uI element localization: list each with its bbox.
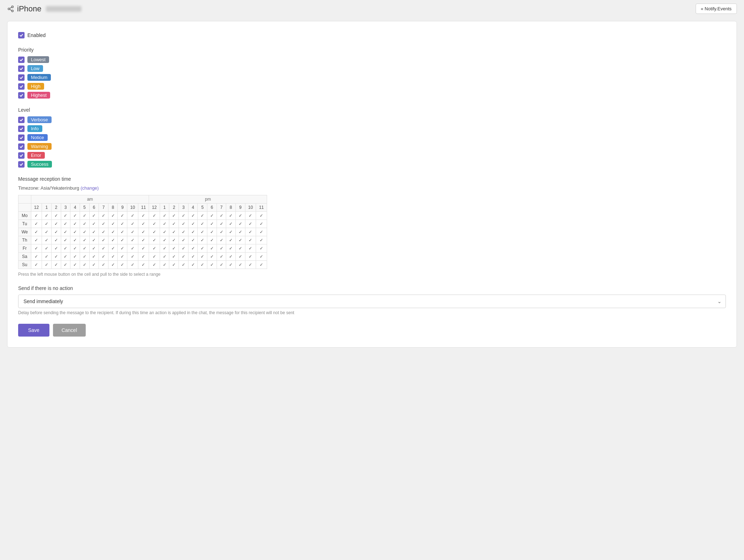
- grid-cell[interactable]: ✓: [236, 220, 245, 228]
- grid-cell[interactable]: ✓: [226, 236, 236, 244]
- grid-cell[interactable]: ✓: [99, 244, 108, 253]
- level-info-checkbox[interactable]: [18, 126, 25, 132]
- grid-cell[interactable]: ✓: [256, 244, 267, 253]
- grid-cell[interactable]: ✓: [99, 220, 108, 228]
- grid-cell[interactable]: ✓: [118, 253, 127, 261]
- grid-cell[interactable]: ✓: [217, 244, 226, 253]
- grid-cell[interactable]: ✓: [217, 261, 226, 269]
- grid-cell[interactable]: ✓: [99, 261, 108, 269]
- grid-cell[interactable]: ✓: [226, 244, 236, 253]
- grid-cell[interactable]: ✓: [51, 220, 61, 228]
- grid-cell[interactable]: ✓: [207, 253, 217, 261]
- grid-cell[interactable]: ✓: [245, 253, 256, 261]
- priority-lowest-checkbox[interactable]: [18, 57, 25, 63]
- grid-cell[interactable]: ✓: [61, 244, 70, 253]
- grid-cell[interactable]: ✓: [198, 228, 207, 236]
- grid-cell[interactable]: ✓: [61, 261, 70, 269]
- priority-low-checkbox[interactable]: [18, 65, 25, 72]
- grid-cell[interactable]: ✓: [217, 253, 226, 261]
- grid-cell[interactable]: ✓: [169, 244, 179, 253]
- grid-cell[interactable]: ✓: [138, 253, 149, 261]
- grid-cell[interactable]: ✓: [188, 236, 198, 244]
- level-success-checkbox[interactable]: [18, 161, 25, 168]
- grid-cell[interactable]: ✓: [188, 212, 198, 220]
- grid-cell[interactable]: ✓: [149, 220, 160, 228]
- grid-cell[interactable]: ✓: [198, 212, 207, 220]
- grid-cell[interactable]: ✓: [179, 261, 188, 269]
- grid-cell[interactable]: ✓: [217, 228, 226, 236]
- grid-cell[interactable]: ✓: [89, 244, 99, 253]
- enabled-checkbox[interactable]: [18, 32, 25, 38]
- grid-cell[interactable]: ✓: [127, 261, 138, 269]
- grid-cell[interactable]: ✓: [198, 244, 207, 253]
- level-verbose-checkbox[interactable]: [18, 117, 25, 123]
- grid-cell[interactable]: ✓: [179, 212, 188, 220]
- level-notice-checkbox[interactable]: [18, 134, 25, 141]
- grid-cell[interactable]: ✓: [70, 220, 80, 228]
- grid-cell[interactable]: ✓: [80, 261, 89, 269]
- grid-cell[interactable]: ✓: [207, 244, 217, 253]
- grid-cell[interactable]: ✓: [207, 236, 217, 244]
- grid-cell[interactable]: ✓: [108, 236, 118, 244]
- grid-cell[interactable]: ✓: [179, 236, 188, 244]
- grid-cell[interactable]: ✓: [61, 220, 70, 228]
- grid-cell[interactable]: ✓: [80, 212, 89, 220]
- grid-cell[interactable]: ✓: [31, 220, 42, 228]
- grid-cell[interactable]: ✓: [256, 220, 267, 228]
- grid-cell[interactable]: ✓: [42, 253, 52, 261]
- grid-cell[interactable]: ✓: [42, 244, 52, 253]
- grid-cell[interactable]: ✓: [80, 220, 89, 228]
- grid-cell[interactable]: ✓: [99, 212, 108, 220]
- grid-cell[interactable]: ✓: [160, 212, 169, 220]
- save-button[interactable]: Save: [18, 324, 49, 337]
- grid-cell[interactable]: ✓: [31, 236, 42, 244]
- grid-cell[interactable]: ✓: [70, 212, 80, 220]
- grid-cell[interactable]: ✓: [89, 261, 99, 269]
- grid-cell[interactable]: ✓: [138, 244, 149, 253]
- grid-cell[interactable]: ✓: [169, 261, 179, 269]
- grid-cell[interactable]: ✓: [207, 212, 217, 220]
- grid-cell[interactable]: ✓: [89, 228, 99, 236]
- cancel-button[interactable]: Cancel: [53, 324, 86, 337]
- grid-cell[interactable]: ✓: [118, 244, 127, 253]
- grid-cell[interactable]: ✓: [256, 212, 267, 220]
- grid-cell[interactable]: ✓: [179, 253, 188, 261]
- grid-cell[interactable]: ✓: [31, 228, 42, 236]
- grid-cell[interactable]: ✓: [256, 261, 267, 269]
- grid-cell[interactable]: ✓: [118, 261, 127, 269]
- grid-cell[interactable]: ✓: [127, 212, 138, 220]
- grid-cell[interactable]: ✓: [256, 253, 267, 261]
- grid-cell[interactable]: ✓: [198, 253, 207, 261]
- grid-cell[interactable]: ✓: [70, 236, 80, 244]
- grid-cell[interactable]: ✓: [236, 236, 245, 244]
- grid-cell[interactable]: ✓: [217, 236, 226, 244]
- grid-cell[interactable]: ✓: [42, 220, 52, 228]
- grid-cell[interactable]: ✓: [51, 253, 61, 261]
- grid-cell[interactable]: ✓: [188, 253, 198, 261]
- grid-cell[interactable]: ✓: [127, 236, 138, 244]
- grid-cell[interactable]: ✓: [149, 261, 160, 269]
- grid-cell[interactable]: ✓: [226, 228, 236, 236]
- timezone-change-link[interactable]: (change): [80, 185, 99, 191]
- grid-cell[interactable]: ✓: [127, 220, 138, 228]
- grid-cell[interactable]: ✓: [149, 253, 160, 261]
- grid-cell[interactable]: ✓: [108, 212, 118, 220]
- grid-cell[interactable]: ✓: [42, 212, 52, 220]
- grid-cell[interactable]: ✓: [217, 220, 226, 228]
- grid-cell[interactable]: ✓: [207, 220, 217, 228]
- grid-cell[interactable]: ✓: [138, 236, 149, 244]
- grid-cell[interactable]: ✓: [149, 212, 160, 220]
- grid-cell[interactable]: ✓: [70, 244, 80, 253]
- grid-cell[interactable]: ✓: [169, 228, 179, 236]
- grid-cell[interactable]: ✓: [245, 261, 256, 269]
- grid-cell[interactable]: ✓: [108, 228, 118, 236]
- grid-cell[interactable]: ✓: [188, 220, 198, 228]
- grid-cell[interactable]: ✓: [118, 220, 127, 228]
- grid-cell[interactable]: ✓: [51, 212, 61, 220]
- grid-cell[interactable]: ✓: [160, 228, 169, 236]
- notify-events-button[interactable]: « Notify.Events: [696, 4, 737, 14]
- grid-cell[interactable]: ✓: [118, 236, 127, 244]
- grid-cell[interactable]: ✓: [61, 253, 70, 261]
- grid-cell[interactable]: ✓: [127, 253, 138, 261]
- level-error-checkbox[interactable]: [18, 152, 25, 159]
